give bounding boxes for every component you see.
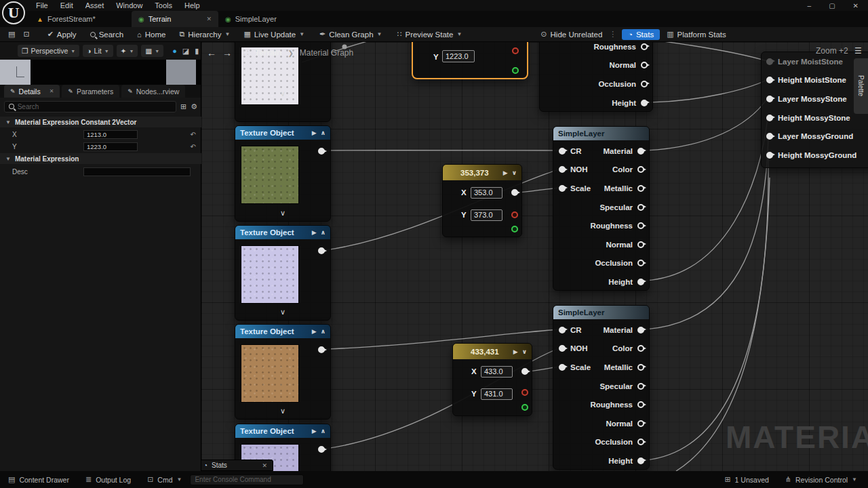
- output-pin-rgb[interactable]: [521, 368, 528, 375]
- node-header[interactable]: 433,431 ▶ ∨: [453, 344, 532, 359]
- preview-mesh-dropdown[interactable]: ▦ ▼: [141, 45, 163, 57]
- node-header[interactable]: Texture Object ▶ ∧: [235, 226, 330, 239]
- save-button[interactable]: ▤: [4, 28, 19, 40]
- x-value-field[interactable]: [83, 130, 138, 139]
- output-pin-roughness[interactable]: [637, 401, 644, 408]
- node-constant-433-431[interactable]: 433,431 ▶ ∨ X Y: [452, 343, 532, 416]
- output-pin-b[interactable]: [512, 67, 519, 74]
- clean-graph-button[interactable]: ✒ Clean Graph ▼: [315, 28, 386, 40]
- input-pin-cr[interactable]: [559, 327, 566, 333]
- cmd-dropdown[interactable]: ⊡ Cmd ▼: [139, 475, 190, 484]
- output-pin-specular[interactable]: [637, 204, 644, 211]
- node-header[interactable]: Texture Object ▶ ∧: [235, 126, 330, 140]
- show-flags-dropdown[interactable]: ✦ ▼: [117, 45, 138, 57]
- texture-output-pin[interactable]: [318, 446, 325, 453]
- preview-state-button[interactable]: ∷ Preview State ▼: [393, 28, 466, 40]
- console-input-box[interactable]: [190, 474, 304, 485]
- input-pin-cr[interactable]: [559, 148, 566, 155]
- menu-help[interactable]: Help: [178, 1, 206, 10]
- menu-file[interactable]: File: [30, 1, 54, 10]
- console-input[interactable]: [191, 475, 303, 485]
- cylinder-shape-icon[interactable]: ▮: [195, 47, 199, 56]
- output-log-button[interactable]: ≣ Output Log: [77, 475, 139, 484]
- play-icon[interactable]: ▶: [513, 348, 518, 355]
- chevron-down-icon[interactable]: ∨: [522, 348, 527, 355]
- node-texture-object-3[interactable]: Texture Object ▶ ∧ ∨: [235, 225, 331, 321]
- tab-terrain[interactable]: ◉ Terrain ✕: [132, 11, 218, 27]
- collapse-chevron-icon[interactable]: ∧: [321, 328, 326, 335]
- x-value-field[interactable]: [481, 366, 513, 378]
- output-pin[interactable]: [641, 43, 648, 50]
- details-search-box[interactable]: [4, 101, 176, 113]
- material-graph-canvas[interactable]: MATERIAL ← →: [201, 42, 868, 471]
- unsaved-button[interactable]: ⊞ 1 Unsaved: [716, 475, 776, 484]
- sphere-shape-icon[interactable]: ●: [172, 47, 177, 56]
- x-value-field[interactable]: [471, 187, 502, 199]
- texture-output-pin[interactable]: [318, 247, 325, 254]
- node-texture-object-2[interactable]: Texture Object ▶ ∧ ∨: [235, 125, 331, 222]
- input-pin[interactable]: [766, 152, 773, 159]
- play-icon[interactable]: ▶: [503, 169, 508, 176]
- node-simplelayer-top[interactable]: Roughness Normal Occlusion Height: [539, 42, 653, 112]
- node-header[interactable]: Texture Object ▶ ∧: [235, 424, 330, 438]
- tab-nodes-overview[interactable]: ✎ Nodes...rview: [121, 85, 185, 98]
- tab-foreststream[interactable]: ▲ ForestStream*: [30, 11, 132, 27]
- output-pin[interactable]: [641, 62, 648, 68]
- input-pin[interactable]: [766, 77, 773, 83]
- output-pin-occlusion[interactable]: [637, 260, 644, 266]
- node-layer-blend[interactable]: Layer MoistStone Height MoistStone Layer…: [761, 52, 868, 168]
- texture-output-pin[interactable]: [318, 346, 325, 353]
- close-button[interactable]: ✕: [853, 2, 859, 9]
- tab-details[interactable]: ✎ Details ✕: [4, 85, 60, 98]
- expand-chevron-icon[interactable]: ∨: [235, 209, 330, 218]
- output-pin-metallic[interactable]: [637, 185, 644, 192]
- breadcrumb-root[interactable]: Terrain: [255, 48, 282, 58]
- hierarchy-button[interactable]: ⧉ Hierarchy ▼: [175, 28, 234, 40]
- collapse-chevron-icon[interactable]: ∧: [321, 129, 326, 136]
- menu-tools[interactable]: Tools: [149, 1, 178, 10]
- output-pin[interactable]: [641, 100, 648, 106]
- y-value-field[interactable]: [83, 142, 138, 151]
- node-simplelayer-1[interactable]: SimpleLayer CR Material NOH Color Scale …: [553, 126, 650, 291]
- details-search-input[interactable]: [18, 103, 172, 110]
- options-dots-icon[interactable]: ⋮: [606, 30, 619, 39]
- output-pin-occlusion[interactable]: [637, 439, 644, 445]
- output-pin-g[interactable]: [521, 389, 528, 396]
- reset-icon[interactable]: ↶: [191, 131, 196, 138]
- input-pin-scale[interactable]: [559, 364, 566, 371]
- search-button[interactable]: Search: [86, 29, 127, 40]
- stats-button[interactable]: ◔ Stats: [622, 29, 660, 40]
- node-constant2vector-selected[interactable]: Y: [412, 42, 528, 79]
- minimize-button[interactable]: –: [808, 2, 812, 9]
- tab-parameters[interactable]: ✎ Parameters: [62, 85, 119, 98]
- output-pin[interactable]: [641, 81, 648, 87]
- menu-window[interactable]: Window: [110, 1, 149, 10]
- collapse-chevron-icon[interactable]: ∧: [321, 229, 326, 236]
- y-value-field[interactable]: [471, 209, 502, 221]
- play-icon[interactable]: ▶: [312, 328, 317, 335]
- output-pin-b[interactable]: [521, 404, 528, 411]
- tab-simplelayer[interactable]: ◉ SimpleLayer: [218, 11, 283, 27]
- chevron-down-icon[interactable]: ∨: [512, 169, 517, 176]
- desc-field[interactable]: [83, 167, 191, 176]
- input-pin[interactable]: [766, 115, 773, 121]
- output-pin-metallic[interactable]: [637, 364, 644, 371]
- input-pin-scale[interactable]: [559, 185, 566, 192]
- play-icon[interactable]: ▶: [312, 428, 317, 434]
- input-pin[interactable]: [766, 133, 773, 140]
- hide-unrelated-button[interactable]: ⊙ Hide Unrelated: [536, 28, 606, 40]
- menu-edit[interactable]: Edit: [54, 1, 79, 10]
- node-header[interactable]: Texture Object ▶ ∧: [235, 325, 330, 338]
- expand-chevron-icon[interactable]: ∨: [235, 407, 330, 415]
- input-pin[interactable]: [766, 96, 773, 102]
- input-pin-noh[interactable]: [559, 166, 566, 173]
- hamburger-icon[interactable]: ☰: [854, 46, 862, 56]
- display-options-icon[interactable]: ⊞: [180, 102, 186, 111]
- menu-asset[interactable]: Asset: [79, 1, 111, 10]
- output-pin-specular[interactable]: [637, 383, 644, 390]
- browse-asset-button[interactable]: ⊡: [19, 28, 33, 40]
- output-pin-g[interactable]: [512, 47, 519, 54]
- lit-dropdown[interactable]: ◑ Lit ▼: [83, 45, 113, 57]
- output-pin-height[interactable]: [637, 279, 644, 285]
- home-button[interactable]: ⌂ Home: [133, 29, 170, 40]
